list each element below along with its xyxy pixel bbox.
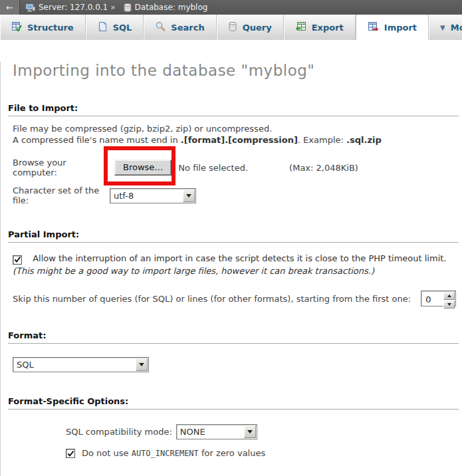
- structure-icon: [11, 21, 22, 34]
- breadcrumb-separator: »: [110, 3, 115, 12]
- dropdown-arrow-icon: [139, 363, 144, 369]
- auto-increment-suffix: for zero values: [199, 448, 265, 458]
- allow-interruption-checkbox[interactable]: [13, 255, 22, 265]
- database-icon: [124, 3, 132, 12]
- section-heading-partial-import: Partial Import:: [8, 229, 459, 243]
- sql-compat-row: SQL compatibility mode: NONE: [66, 424, 457, 439]
- section-heading-format-options: Format-Specific Options:: [8, 396, 459, 410]
- charset-dropdown-button[interactable]: [183, 189, 195, 202]
- format-selected-value: SQL: [13, 358, 135, 372]
- query-icon: [228, 21, 237, 34]
- server-icon: [25, 3, 35, 12]
- tab-sql[interactable]: SQL: [86, 15, 144, 40]
- export-icon: [295, 21, 306, 34]
- checkmark-icon: [14, 256, 21, 263]
- charset-label: Character set of the file:: [13, 185, 108, 205]
- compression-example: .sql.zip: [346, 135, 382, 145]
- dropdown-arrow-icon: [186, 194, 191, 200]
- tab-bar: Structure SQL Search Query: [0, 15, 462, 40]
- sql-compat-label: SQL compatibility mode:: [66, 427, 172, 437]
- import-page: Importing into the database "myblog" Fil…: [0, 62, 462, 476]
- charset-row: Character set of the file: utf-8: [13, 185, 457, 205]
- page-title: Importing into the database "myblog": [13, 62, 462, 79]
- skip-queries-label: Skip this number of queries (for SQL) or…: [13, 294, 411, 304]
- format-select[interactable]: SQL: [13, 357, 149, 372]
- spinner-down-icon: [447, 303, 451, 308]
- spinner-down-button[interactable]: [443, 300, 455, 308]
- section-heading-format: Format:: [8, 330, 459, 344]
- tab-label: Search: [171, 23, 204, 33]
- auto-increment-prefix: Do not use: [82, 448, 132, 458]
- back-button[interactable]: ←: [0, 0, 20, 15]
- tab-search[interactable]: Search: [144, 15, 216, 40]
- dropdown-arrow-icon: [247, 430, 253, 436]
- tab-label: Query: [243, 23, 272, 33]
- skip-queries-row: Skip this number of queries (for SQL) or…: [13, 291, 457, 306]
- spinner-up-icon: [447, 293, 451, 297]
- tab-label: SQL: [113, 23, 132, 33]
- allow-interruption-row: Allow the interruption of an import in c…: [13, 252, 455, 277]
- tab-label: Export: [312, 23, 344, 33]
- auto-increment-code: AUTO_INCREMENT: [132, 449, 199, 458]
- allow-interruption-text: Allow the interruption of an import in c…: [33, 253, 446, 263]
- breadcrumb-database[interactable]: Database: myblog: [135, 3, 208, 12]
- tab-export[interactable]: Export: [284, 15, 356, 40]
- browse-button[interactable]: Browse…: [114, 160, 172, 176]
- file-compression-note: File may be compressed (gzip, bzip2, zip…: [13, 123, 457, 146]
- auto-increment-checkbox[interactable]: [66, 449, 75, 458]
- tab-more[interactable]: ▼ More: [429, 15, 462, 40]
- sql-compat-select[interactable]: NONE: [176, 424, 257, 439]
- checkmark-icon: [67, 450, 74, 457]
- tab-label: More: [451, 23, 462, 33]
- format-dropdown-button[interactable]: [136, 358, 148, 371]
- spinner-up-button[interactable]: [443, 292, 455, 300]
- browse-file-row: Browse your computer: Browse… No file se…: [13, 158, 457, 178]
- skip-queries-spinner: [421, 291, 456, 306]
- auto-increment-row: Do not use AUTO_INCREMENT for zero value…: [66, 448, 457, 458]
- section-heading-file-to-import: File to Import:: [8, 103, 459, 116]
- sql-compat-selected-value: NONE: [177, 425, 243, 439]
- back-arrow-icon: ←: [6, 3, 13, 13]
- charset-select[interactable]: utf-8: [110, 188, 196, 203]
- compression-line1: File may be compressed (gzip, bzip2, zip…: [13, 124, 272, 134]
- browse-label: Browse your computer:: [13, 158, 108, 178]
- breadcrumb-bar: ← Server: 127.0.0.1 » Database: myblog: [0, 0, 462, 15]
- compression-line2-prefix: A compressed file's name must end in: [13, 135, 181, 145]
- compression-format-pattern: .[format].[compression]: [181, 135, 298, 145]
- import-icon: [368, 21, 379, 34]
- search-icon: [155, 21, 166, 34]
- tab-import[interactable]: Import: [356, 15, 429, 40]
- skip-queries-input[interactable]: [421, 291, 443, 306]
- sql-icon: [97, 21, 108, 34]
- charset-selected-value: utf-8: [110, 189, 182, 203]
- tab-query[interactable]: Query: [217, 15, 284, 40]
- tab-structure[interactable]: Structure: [0, 15, 86, 40]
- allow-interruption-note: (This might be a good way to import larg…: [13, 266, 374, 276]
- tab-label: Structure: [27, 23, 74, 33]
- compression-line2-mid: . Example:: [298, 135, 346, 145]
- auto-increment-text: Do not use AUTO_INCREMENT for zero value…: [82, 448, 265, 458]
- no-file-selected-text: No file selected.: [178, 163, 248, 173]
- max-upload-size: (Max: 2,048KiB): [289, 163, 358, 173]
- chevron-down-icon: ▼: [440, 24, 445, 31]
- breadcrumb-server[interactable]: Server: 127.0.0.1: [39, 3, 108, 12]
- sql-compat-dropdown-button[interactable]: [244, 425, 256, 438]
- tab-label: Import: [384, 23, 417, 33]
